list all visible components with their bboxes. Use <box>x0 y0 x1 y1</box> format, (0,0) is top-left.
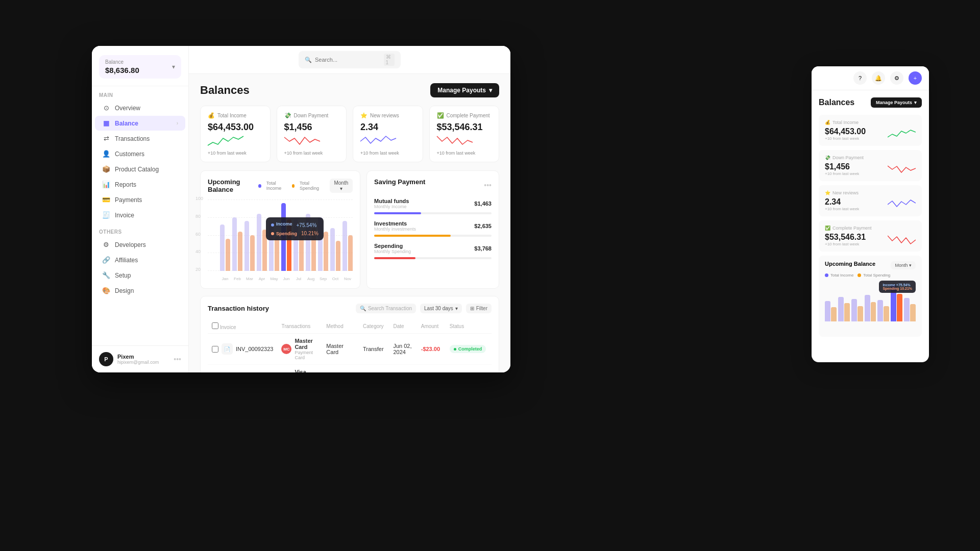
rp-new-reviews-sparkline <box>888 198 916 211</box>
sidebar-item-affiliates-label: Affiliates <box>115 257 138 264</box>
date-filter-button[interactable]: Last 30 days ▾ <box>420 304 462 313</box>
rp-chart-section: Upcoming Balance Month ▾ Total Income To… <box>819 256 922 337</box>
search-placeholder: Search Transaction <box>368 306 412 311</box>
stats-grid: 💰 Total Income $64,453.00 +10 from last … <box>200 106 499 162</box>
sidebar-item-setup[interactable]: 🔧 Setup <box>95 268 185 283</box>
topbar: 🔍 ⌘ 1 <box>189 46 510 74</box>
rp-stat-complete-payment: ✅ Complete Payment $53,546.31 +10 from l… <box>819 220 922 252</box>
mutual-funds-sub: Monthly Income <box>374 204 409 209</box>
rp-down-payment-value: $1,456 <box>825 162 859 171</box>
rp-title: Balances <box>819 98 854 107</box>
bar-month-label: Sep <box>318 277 328 281</box>
mastercard-logo: MC <box>281 344 291 354</box>
complete-payment-icon: ✅ <box>437 112 444 119</box>
total-income-change: +10 from last week <box>208 151 263 156</box>
bar-month-label: Jan <box>220 277 230 281</box>
category-cell: Payment <box>359 365 389 373</box>
rp-bell-icon[interactable]: 🔔 <box>872 71 885 85</box>
select-all-checkbox[interactable] <box>212 322 218 329</box>
rp-settings-icon[interactable]: ⚙ <box>890 71 903 85</box>
sidebar-item-design[interactable]: 🎨 Design <box>95 283 185 298</box>
sidebar-item-invoice[interactable]: 🧾 Invoice <box>95 208 185 222</box>
complete-payment-value: $53,546.31 <box>437 122 492 133</box>
chevron-down-icon: ▾ <box>172 63 175 70</box>
chart-filter-button[interactable]: Month ▾ <box>330 179 353 193</box>
spending-progress <box>374 257 492 259</box>
rp-income-bar <box>838 297 844 321</box>
search-input[interactable] <box>315 57 381 63</box>
sidebar-item-overview[interactable]: ⊙ Overview <box>95 101 185 115</box>
rp-income-bar <box>904 298 910 321</box>
income-bar <box>330 228 335 271</box>
income-bar <box>244 221 249 271</box>
transaction-name: Visa card <box>295 369 318 372</box>
bar-group <box>257 214 267 271</box>
spend-bar <box>336 241 340 271</box>
sidebar-item-transactions[interactable]: ⇄ Transactions <box>95 131 185 146</box>
product-catalog-icon: 📦 <box>102 165 110 173</box>
sidebar-item-payments[interactable]: 💳 Payments <box>95 192 185 207</box>
sidebar-item-developers[interactable]: ⚙ Developers <box>95 237 185 252</box>
sidebar-item-customers[interactable]: 👤 Customers <box>95 146 185 161</box>
rp-income-dot <box>825 273 828 277</box>
rp-help-icon[interactable]: ? <box>853 71 867 85</box>
filter-button[interactable]: ⊞ Filter <box>466 304 492 313</box>
tooltip-spending: Spending <box>276 231 297 236</box>
chevron-down-icon: ▾ <box>914 100 917 105</box>
rp-income-change: +10 from last week <box>825 136 866 141</box>
sidebar: Balance $8,636.80 ▾ Main ⊙ Overview ▦ Ba… <box>92 46 189 372</box>
design-icon: 🎨 <box>102 287 110 294</box>
rp-stat-total-income: 💰 Total Income $64,453.00 +10 from last … <box>819 115 922 146</box>
rp-stat-header: ✅ Complete Payment <box>825 226 916 231</box>
rp-income-bar <box>877 300 883 321</box>
rp-spending-dot <box>857 273 861 277</box>
rp-income-value: $64,453.00 <box>825 127 866 136</box>
rp-chart-filter-button[interactable]: Month ▾ <box>891 261 916 269</box>
sidebar-item-balance[interactable]: ▦ Balance › <box>95 116 185 131</box>
complete-payment-change: +10 from last week <box>437 151 492 156</box>
more-icon[interactable]: ••• <box>174 355 181 363</box>
invoice-icon: 🧾 <box>102 211 110 219</box>
sidebar-item-invoice-label: Invoice <box>115 212 134 219</box>
new-reviews-change: +10 from last week <box>360 151 415 156</box>
saving-more-icon[interactable]: ••• <box>484 181 492 189</box>
manage-payouts-button[interactable]: Manage Payouts ▾ <box>430 83 499 97</box>
rp-complete-payment-label: Complete Payment <box>832 226 872 231</box>
user-info: Pixem hipixem@gmail.com <box>117 354 159 365</box>
rp-manage-payouts-button[interactable]: Manage Payouts ▾ <box>871 97 922 108</box>
bar-month-label: Nov <box>342 277 353 281</box>
transaction-search[interactable]: 🔍 Search Transaction <box>356 304 416 313</box>
row-checkbox[interactable] <box>212 346 218 353</box>
rp-complete-payment-change: +10 from last week <box>825 242 866 246</box>
transactions-icon: ⇄ <box>102 135 110 142</box>
bar-month-label: Jul <box>293 277 304 281</box>
bar-month-label: Aug <box>306 277 316 281</box>
bar-labels: JanFebMarAprMayJunJulAugSepOctNov <box>220 277 353 281</box>
sidebar-item-product-catalog[interactable]: 📦 Product Catalog <box>95 162 185 177</box>
tooltip-income-pct: +75.54% <box>297 222 317 228</box>
sidebar-header: Balance $8,636.80 ▾ <box>92 46 188 86</box>
date-filter-label: Last 30 days <box>424 306 453 311</box>
saving-payment-card: Saving Payment ••• Mutual funds Monthly … <box>366 170 499 289</box>
user-avatar: P <box>99 352 113 366</box>
rp-bar-group <box>825 301 837 321</box>
rp-down-payment-label: Down Payment <box>832 155 864 160</box>
chart-tooltip: Income +75.54% Spending 10.21% <box>266 217 324 240</box>
investments-progress <box>374 235 492 237</box>
rp-complete-payment-sparkline <box>888 234 916 246</box>
rp-new-reviews-label: New reviews <box>832 190 859 195</box>
sidebar-item-reports[interactable]: 📊 Reports <box>95 177 185 192</box>
upcoming-balance-chart: Upcoming Balance Total Income Total Spen… <box>200 170 360 289</box>
status-dot <box>454 348 456 350</box>
rp-add-icon[interactable]: + <box>909 71 922 85</box>
col-date: Date <box>389 319 416 334</box>
bar-month-label: Apr <box>257 277 267 281</box>
rp-chart-title: Upcoming Balance <box>825 261 875 267</box>
sidebar-item-affiliates[interactable]: 🔗 Affiliates <box>95 253 185 267</box>
rp-spending-legend: Total Spending <box>857 273 890 278</box>
balance-selector[interactable]: Balance $8,636.80 ▾ <box>99 55 181 79</box>
rp-bar-group <box>904 298 916 321</box>
search-icon: 🔍 <box>305 57 312 63</box>
rp-bar-group <box>877 300 889 321</box>
chevron-down-icon: ▾ <box>489 87 492 94</box>
